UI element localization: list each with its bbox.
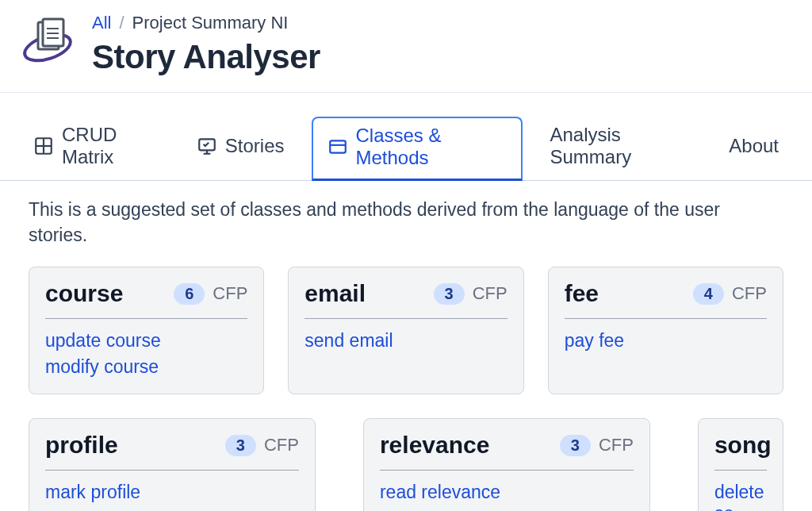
- tab-analysis-summary[interactable]: Analysis Summary: [545, 116, 702, 181]
- cfp-label: CFP: [732, 283, 767, 304]
- cfp-label: CFP: [599, 435, 634, 455]
- cfp-count-badge: 4: [693, 283, 724, 305]
- cfp-label: CFP: [264, 435, 299, 455]
- tab-label: CRUD Matrix: [62, 124, 165, 168]
- tab-stories[interactable]: Stories: [192, 127, 289, 170]
- cfp-label: CFP: [473, 283, 508, 304]
- cfp-count-badge: 3: [560, 435, 591, 456]
- monitor-check-icon: [197, 136, 217, 156]
- tab-about[interactable]: About: [724, 127, 783, 170]
- cfp-count-badge: 3: [434, 283, 465, 305]
- method-link[interactable]: mark profile: [45, 482, 299, 503]
- class-name: song: [714, 432, 772, 459]
- method-link[interactable]: update course: [45, 330, 247, 352]
- cfp-count-badge: 3: [225, 435, 256, 456]
- breadcrumb-separator: /: [119, 13, 124, 33]
- cfp-label: CFP: [213, 283, 247, 304]
- cfp-count-badge: 6: [174, 283, 205, 305]
- method-link[interactable]: delete so: [714, 482, 767, 511]
- window-icon: [327, 136, 348, 157]
- tab-label: About: [729, 135, 779, 157]
- tab-crud-matrix[interactable]: CRUD Matrix: [29, 116, 170, 181]
- breadcrumb-root-link[interactable]: All: [92, 13, 111, 33]
- tabs: CRUD Matrix Stories Classes & Methods An…: [0, 93, 812, 181]
- svg-rect-12: [330, 140, 346, 152]
- cards-row-2: profile 3 CFP mark profile relevance 3 C…: [0, 418, 812, 511]
- class-name: email: [304, 280, 366, 307]
- breadcrumb-current: Project Summary NI: [132, 13, 289, 33]
- grid-icon: [33, 136, 54, 156]
- class-card-fee: fee 4 CFP pay fee: [548, 267, 783, 394]
- app-logo: [19, 13, 76, 70]
- tab-label: Stories: [225, 135, 285, 157]
- class-name: fee: [565, 280, 599, 307]
- method-link[interactable]: read relevance: [380, 482, 634, 503]
- class-name: profile: [45, 432, 118, 459]
- page-header: All / Project Summary NI Story Analyser: [0, 0, 812, 92]
- method-link[interactable]: pay fee: [565, 330, 767, 352]
- cards-row-1: course 6 CFP update course modify course…: [0, 267, 812, 418]
- class-card-relevance: relevance 3 CFP read relevance: [363, 418, 650, 511]
- method-link[interactable]: modify course: [45, 356, 247, 378]
- tab-description: This is a suggested set of classes and m…: [0, 181, 812, 267]
- breadcrumb: All / Project Summary NI: [92, 13, 320, 33]
- tab-classes-methods[interactable]: Classes & Methods: [312, 117, 523, 181]
- page-title: Story Analyser: [92, 38, 320, 76]
- class-card-song: song delete so delete so: [698, 418, 783, 511]
- class-card-profile: profile 3 CFP mark profile: [29, 418, 316, 511]
- class-card-email: email 3 CFP send email: [288, 267, 523, 394]
- tab-label: Analysis Summary: [550, 124, 697, 168]
- class-name: course: [45, 280, 123, 307]
- class-card-course: course 6 CFP update course modify course: [29, 267, 264, 394]
- method-link[interactable]: send email: [304, 330, 507, 352]
- class-name: relevance: [380, 432, 489, 459]
- tab-label: Classes & Methods: [356, 125, 508, 169]
